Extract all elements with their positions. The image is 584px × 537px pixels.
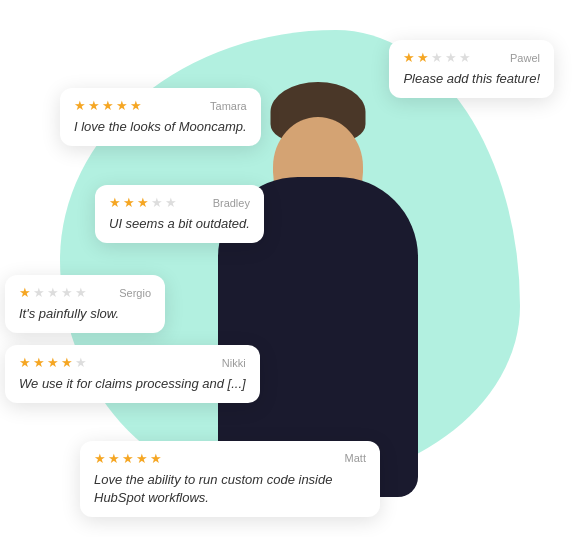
star-5: ★ [150, 451, 162, 466]
star-5: ★ [459, 50, 471, 65]
star-4: ★ [61, 285, 73, 300]
star-5: ★ [75, 355, 87, 370]
review-text-bradley: UI seems a bit outdated. [109, 215, 250, 233]
star-1: ★ [403, 50, 415, 65]
reviewer-name-pawel: Pawel [510, 52, 540, 64]
review-text-content-bradley: UI seems a bit outdated. [109, 216, 250, 231]
review-text-content-tamara: I love the looks of Mooncamp. [74, 119, 247, 134]
star-4: ★ [136, 451, 148, 466]
star-2: ★ [33, 285, 45, 300]
star-1: ★ [74, 98, 86, 113]
card-header-sergio: ★ ★ ★ ★ ★ Sergio [19, 285, 151, 300]
card-header-bradley: ★ ★ ★ ★ ★ Bradley [109, 195, 250, 210]
review-card-pawel: ★ ★ ★ ★ ★ Pawel Please add this feature! [389, 40, 554, 98]
review-text-sergio: It's painfully slow. [19, 305, 151, 323]
review-text-matt: Love the ability to run custom code insi… [94, 471, 366, 507]
review-card-nikki: ★ ★ ★ ★ ★ Nikki We use it for claims pro… [5, 345, 260, 403]
review-card-sergio: ★ ★ ★ ★ ★ Sergio It's painfully slow. [5, 275, 165, 333]
scene: ★ ★ ★ ★ ★ Tamara I love the looks of Moo… [0, 0, 584, 537]
stars-bradley: ★ ★ ★ ★ ★ [109, 195, 177, 210]
star-3: ★ [47, 285, 59, 300]
review-text-nikki: We use it for claims processing and [...… [19, 375, 246, 393]
stars-matt: ★ ★ ★ ★ ★ [94, 451, 162, 466]
reviewer-name-sergio: Sergio [119, 287, 151, 299]
star-3: ★ [102, 98, 114, 113]
star-3: ★ [122, 451, 134, 466]
card-header-pawel: ★ ★ ★ ★ ★ Pawel [403, 50, 540, 65]
card-header-matt: ★ ★ ★ ★ ★ Matt [94, 451, 366, 466]
star-1: ★ [19, 285, 31, 300]
reviewer-name-matt: Matt [345, 452, 366, 464]
star-1: ★ [94, 451, 106, 466]
star-2: ★ [33, 355, 45, 370]
star-4: ★ [445, 50, 457, 65]
stars-tamara: ★ ★ ★ ★ ★ [74, 98, 142, 113]
star-1: ★ [109, 195, 121, 210]
card-header-tamara: ★ ★ ★ ★ ★ Tamara [74, 98, 247, 113]
review-text-content-sergio: It's painfully slow. [19, 306, 119, 321]
star-5: ★ [130, 98, 142, 113]
reviewer-name-nikki: Nikki [222, 357, 246, 369]
stars-nikki: ★ ★ ★ ★ ★ [19, 355, 87, 370]
review-card-tamara: ★ ★ ★ ★ ★ Tamara I love the looks of Moo… [60, 88, 261, 146]
star-5: ★ [165, 195, 177, 210]
star-4: ★ [116, 98, 128, 113]
review-text-tamara: I love the looks of Mooncamp. [74, 118, 247, 136]
review-text-content-nikki: We use it for claims processing and [...… [19, 376, 246, 391]
reviewer-name-tamara: Tamara [210, 100, 247, 112]
star-2: ★ [88, 98, 100, 113]
star-1: ★ [19, 355, 31, 370]
card-header-nikki: ★ ★ ★ ★ ★ Nikki [19, 355, 246, 370]
star-3: ★ [431, 50, 443, 65]
stars-pawel: ★ ★ ★ ★ ★ [403, 50, 471, 65]
review-text-content-matt: Love the ability to run custom code insi… [94, 472, 332, 505]
star-5: ★ [75, 285, 87, 300]
star-4: ★ [61, 355, 73, 370]
star-3: ★ [137, 195, 149, 210]
review-text-content-pawel: Please add this feature! [403, 71, 540, 86]
star-3: ★ [47, 355, 59, 370]
star-2: ★ [417, 50, 429, 65]
review-card-bradley: ★ ★ ★ ★ ★ Bradley UI seems a bit outdate… [95, 185, 264, 243]
review-card-matt: ★ ★ ★ ★ ★ Matt Love the ability to run c… [80, 441, 380, 517]
review-text-pawel: Please add this feature! [403, 70, 540, 88]
stars-sergio: ★ ★ ★ ★ ★ [19, 285, 87, 300]
reviewer-name-bradley: Bradley [213, 197, 250, 209]
star-2: ★ [123, 195, 135, 210]
star-2: ★ [108, 451, 120, 466]
star-4: ★ [151, 195, 163, 210]
